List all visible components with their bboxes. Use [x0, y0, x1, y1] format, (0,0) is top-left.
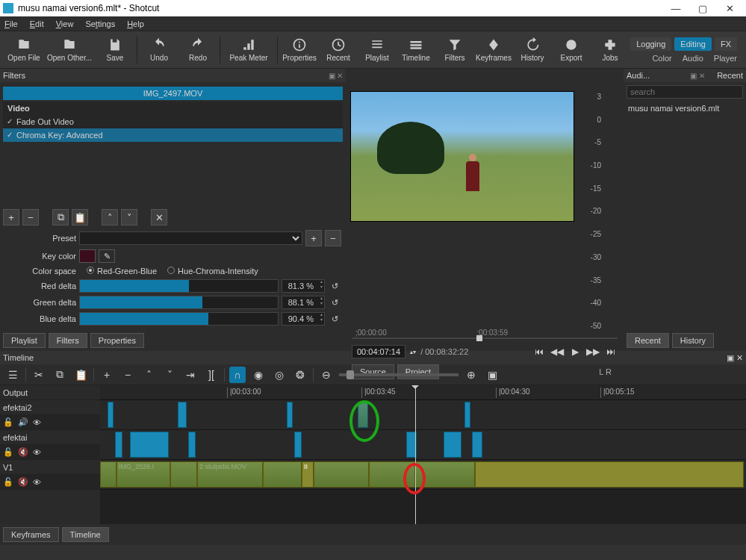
mute-off-icon[interactable]: 🔇 — [18, 447, 28, 457]
history-button[interactable]: History — [513, 33, 552, 67]
remove-filter-button[interactable]: − — [22, 209, 39, 225]
menu-view[interactable]: View — [56, 19, 74, 28]
insert-button[interactable]: ⇥ — [182, 367, 199, 383]
menu-file[interactable]: File — [4, 19, 18, 28]
mode-audio[interactable]: Audio — [683, 54, 703, 63]
clip[interactable] — [472, 432, 482, 458]
scrub-button[interactable]: ◉ — [250, 367, 267, 383]
overwrite-button[interactable]: ˅ — [161, 367, 178, 383]
track-output[interactable]: Output — [0, 385, 100, 400]
mode-player[interactable]: Player — [714, 54, 737, 63]
filter-item-fade-out[interactable]: Fade Out Video — [3, 115, 343, 128]
clip[interactable] — [170, 461, 197, 488]
save-button[interactable]: Save — [96, 33, 134, 67]
clip[interactable] — [130, 432, 169, 458]
eyedropper-button[interactable]: ✎ — [99, 249, 115, 263]
tl-menu-button[interactable]: ☰ — [4, 367, 21, 383]
timeline-button[interactable]: Timeline — [397, 33, 435, 67]
keyframes-button[interactable]: Keyframes — [474, 33, 513, 67]
mute-icon[interactable]: 🔊 — [18, 417, 28, 427]
copy-button[interactable]: ⧉ — [52, 367, 68, 383]
menu-settings[interactable]: Settings — [85, 19, 115, 28]
zoom-out-button[interactable]: ⊖ — [318, 367, 335, 383]
mode-color[interactable]: Color — [652, 54, 671, 63]
snap-button[interactable]: ∩ — [229, 367, 246, 383]
clip[interactable] — [263, 461, 302, 488]
recent-search-input[interactable] — [627, 85, 743, 99]
undo-button[interactable]: Undo — [140, 33, 178, 67]
skip-prev-button[interactable]: ⏮ — [532, 345, 546, 358]
blue-delta-slider[interactable] — [79, 312, 279, 326]
radio-hci[interactable]: Hue-Chroma-Intensity — [167, 267, 258, 276]
minimize-button[interactable]: — — [662, 0, 689, 16]
red-delta-value[interactable]: 81.3 % — [282, 279, 325, 293]
tab-keyframes[interactable]: Keyframes — [3, 527, 59, 542]
skip-next-button[interactable]: ⏭ — [604, 345, 618, 358]
filters-button[interactable]: Filters — [435, 33, 474, 67]
append-button[interactable]: + — [99, 367, 115, 383]
clip[interactable]: II — [302, 461, 314, 488]
open-other-button[interactable]: Open Other... — [43, 33, 96, 67]
clip[interactable]: IMG_2526.I — [116, 461, 170, 488]
mute-off-icon[interactable]: 🔇 — [18, 477, 28, 487]
redo-button[interactable]: Redo — [178, 33, 217, 67]
preset-remove-button[interactable]: − — [325, 230, 341, 246]
track-lane-efektai[interactable] — [100, 430, 746, 460]
eye-icon[interactable]: 👁 — [33, 478, 41, 487]
maximize-button[interactable]: ▢ — [689, 0, 716, 16]
clip[interactable] — [108, 402, 114, 428]
zoom-in-button[interactable]: ⊕ — [463, 367, 479, 383]
eye-icon[interactable]: 👁 — [33, 418, 41, 427]
clip[interactable] — [188, 432, 196, 458]
clip[interactable] — [100, 461, 116, 488]
menu-edit[interactable]: Edit — [30, 19, 44, 28]
rewind-button[interactable]: ◀◀ — [550, 345, 564, 358]
red-reset-button[interactable]: ↺ — [328, 279, 341, 293]
blue-reset-button[interactable]: ↺ — [328, 312, 341, 326]
ripple-delete-button[interactable]: − — [119, 367, 136, 383]
export-button[interactable]: Export — [552, 33, 591, 67]
track-lane-v1[interactable]: IMG_2526.I 2 stulpelis.MOV II — [100, 460, 746, 490]
recent-item[interactable]: musu namai version6.mlt — [624, 102, 746, 115]
zoom-fit-button[interactable]: ▣ — [484, 367, 500, 383]
clip[interactable] — [464, 402, 470, 428]
panel-close-icon[interactable]: ✕ — [337, 72, 343, 80]
tab-project[interactable]: Project — [397, 364, 439, 379]
tab-timeline[interactable]: Timeline — [62, 527, 109, 542]
track-v1[interactable]: V1 — [0, 460, 100, 475]
filter-item-chroma-key[interactable]: Chroma Key: Advanced — [3, 128, 343, 142]
clip[interactable] — [475, 461, 744, 488]
recent-button[interactable]: Recent — [319, 33, 358, 67]
fforward-button[interactable]: ▶▶ — [586, 345, 600, 358]
green-delta-value[interactable]: 88.1 % — [282, 296, 325, 309]
timeline-ruler[interactable]: |00:03:00 |00:03:45 |00:04:30 |00:05:15 — [100, 385, 746, 400]
green-delta-slider[interactable] — [79, 296, 279, 309]
clip[interactable] — [294, 432, 302, 458]
tab-history[interactable]: History — [672, 333, 714, 348]
clip[interactable] — [287, 402, 293, 428]
panel-float-icon[interactable]: ▣ — [329, 72, 335, 80]
blue-delta-value[interactable]: 90.4 % — [282, 312, 325, 326]
move-down-button[interactable]: ˅ — [121, 209, 137, 225]
mode-editing[interactable]: Editing — [674, 37, 712, 51]
track-efektai[interactable]: efektai — [0, 430, 100, 445]
jobs-button[interactable]: Jobs — [591, 33, 630, 67]
ripple-button[interactable]: ◎ — [271, 367, 287, 383]
deselect-button[interactable]: ✕ — [151, 209, 167, 225]
track-lane-efektai2[interactable] — [100, 400, 746, 430]
lock-icon[interactable]: 🔓 — [3, 477, 13, 487]
split-button[interactable]: ][ — [203, 367, 220, 383]
lock-icon[interactable]: 🔓 — [3, 447, 13, 457]
key-color-swatch[interactable] — [79, 249, 96, 263]
clip[interactable] — [369, 461, 415, 488]
copy-filter-button[interactable]: ⧉ — [52, 209, 69, 225]
move-up-button[interactable]: ˄ — [102, 209, 118, 225]
paste-filter-button[interactable]: 📋 — [72, 209, 88, 225]
zoom-slider[interactable] — [346, 370, 354, 379]
paste-button[interactable]: 📋 — [72, 367, 89, 383]
menu-help[interactable]: Help — [127, 19, 144, 28]
clip[interactable] — [115, 432, 122, 458]
peak-meter-button[interactable]: Peak Meter — [223, 33, 275, 67]
close-button[interactable]: ✕ — [716, 0, 743, 16]
tab-filters[interactable]: Filters — [49, 333, 87, 348]
